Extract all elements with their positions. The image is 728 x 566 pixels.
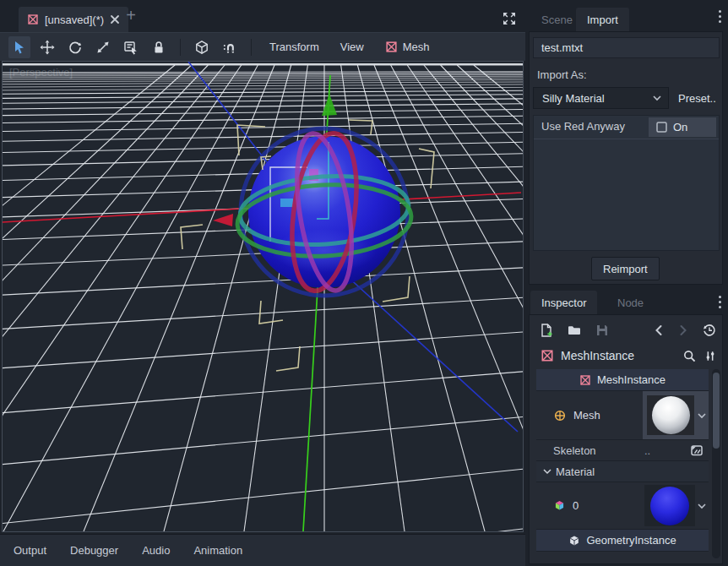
toolbar-separator xyxy=(180,39,181,56)
3d-viewport[interactable]: [Perspective] xyxy=(2,61,524,532)
search-icon[interactable] xyxy=(682,349,697,363)
scrollbar-thumb[interactable] xyxy=(713,373,720,449)
view-menu-label: View xyxy=(340,41,364,53)
dock-options-icon[interactable] xyxy=(719,296,721,308)
perspective-label[interactable]: [Perspective] xyxy=(9,66,73,79)
material-preview-thumbnail[interactable] xyxy=(644,485,695,526)
reimport-button[interactable]: Reimport xyxy=(591,257,660,280)
viewport-canvas[interactable] xyxy=(3,62,523,531)
right-dock-column: Scene Import test.mtxt Import As: Silly … xyxy=(529,0,728,566)
view-menu[interactable]: View xyxy=(333,37,372,57)
reimport-button-label: Reimport xyxy=(603,263,648,275)
godot-editor-window: [unsaved](*) + xyxy=(0,0,728,566)
edit-history-icon[interactable] xyxy=(702,323,717,338)
import-as-label: Import As: xyxy=(537,68,587,81)
node-path-assign-icon[interactable] xyxy=(689,443,704,458)
preset-button[interactable]: Preset.. xyxy=(675,87,720,109)
chevron-down-icon[interactable] xyxy=(698,412,706,419)
skeleton-property-value: .. xyxy=(644,444,650,457)
bottom-panel: Output Debugger Audio Animation xyxy=(0,534,525,566)
dock-options-icon[interactable] xyxy=(719,10,721,23)
tab-node[interactable]: Node xyxy=(606,291,655,314)
load-resource-icon[interactable] xyxy=(567,323,582,338)
section-material[interactable]: Material xyxy=(536,461,709,482)
import-preset-select[interactable]: Silly Material xyxy=(533,87,669,109)
lock-button[interactable] xyxy=(148,36,170,58)
category-geometry-instance: GeometryInstance xyxy=(536,530,709,552)
distraction-free-icon[interactable] xyxy=(502,11,517,26)
select-arrow-icon xyxy=(12,40,27,55)
mesh-instance-icon xyxy=(27,14,39,25)
material-section-label: Material xyxy=(556,465,595,478)
property-material-0: 0 xyxy=(536,482,709,530)
cube-icon xyxy=(194,40,209,55)
use-red-anyway-toggle[interactable]: On xyxy=(649,117,716,137)
import-dock: test.mtxt Import As: Silly Material Pres… xyxy=(529,31,723,285)
inspector-toolbar xyxy=(530,318,722,342)
rotate-icon xyxy=(68,40,83,55)
inspector-scrollbar[interactable] xyxy=(712,369,720,558)
lock-icon xyxy=(151,40,166,55)
debugger-button[interactable]: Debugger xyxy=(70,544,118,557)
local-space-button[interactable] xyxy=(191,36,213,58)
preset-button-label: Preset.. xyxy=(678,92,716,105)
mesh-instance-icon xyxy=(579,374,591,386)
use-red-anyway-row: Use Red Anyway On xyxy=(534,116,719,139)
mesh-property-label: Mesh xyxy=(573,409,600,422)
tab-import-label: Import xyxy=(587,14,618,26)
category-label: MeshInstance xyxy=(597,373,666,386)
import-filename: test.mtxt xyxy=(533,37,720,58)
list-select-icon xyxy=(123,40,139,55)
list-select-button[interactable] xyxy=(120,36,142,58)
scene-tab-unsaved[interactable]: [unsaved](*) xyxy=(19,7,128,32)
transform-menu-label: Transform xyxy=(269,41,319,53)
inspector-dock: MeshInstance MeshIns xyxy=(529,314,723,564)
chevron-down-icon[interactable] xyxy=(698,503,706,509)
save-resource-icon[interactable] xyxy=(595,323,610,338)
scale-icon xyxy=(95,40,111,55)
mesh-menu[interactable]: Mesh xyxy=(378,37,437,57)
skeleton-property-label: Skeleton xyxy=(553,444,596,457)
material-slot-value[interactable] xyxy=(643,482,709,529)
mesh-menu-label: Mesh xyxy=(403,41,430,53)
chevron-down-icon xyxy=(653,95,661,101)
checkbox-icon[interactable] xyxy=(656,122,667,133)
category-mesh-instance: MeshInstance xyxy=(536,369,709,391)
inspected-object-name: MeshInstance xyxy=(561,349,676,362)
import-options: Use Red Anyway On xyxy=(533,115,720,251)
output-button[interactable]: Output xyxy=(14,544,46,557)
history-forward-icon[interactable] xyxy=(677,324,689,337)
category-label: GeometryInstance xyxy=(586,534,676,547)
viewport-toolbar: Transform View Mesh xyxy=(0,32,525,61)
geometry-instance-icon xyxy=(568,535,580,547)
scale-mode-button[interactable] xyxy=(92,36,114,58)
transform-menu[interactable]: Transform xyxy=(262,37,327,57)
select-mode-button[interactable] xyxy=(8,36,30,58)
tab-scene-label: Scene xyxy=(541,14,573,26)
history-back-icon[interactable] xyxy=(653,324,665,337)
tab-node-label: Node xyxy=(617,297,644,309)
mesh-preview-thumbnail[interactable] xyxy=(647,395,694,435)
object-tools-icon[interactable] xyxy=(704,349,717,363)
new-resource-icon[interactable] xyxy=(539,323,554,338)
inspector-dock-tabbar: Inspector Node xyxy=(529,289,728,314)
audio-button[interactable]: Audio xyxy=(142,544,170,557)
material-slot-label: 0 xyxy=(573,499,579,512)
mesh-property-value[interactable] xyxy=(643,391,709,439)
inspected-object-row: MeshInstance xyxy=(530,344,722,367)
section-collapse-icon xyxy=(543,468,551,475)
mesh-instance-icon xyxy=(541,349,554,362)
snap-button[interactable] xyxy=(219,36,241,58)
move-mode-button[interactable] xyxy=(36,36,58,58)
property-list: MeshInstance Mesh xyxy=(536,369,709,552)
toggle-value-label: On xyxy=(673,121,687,133)
tab-inspector[interactable]: Inspector xyxy=(530,291,597,314)
property-skeleton[interactable]: Skeleton .. xyxy=(536,440,709,461)
close-icon[interactable] xyxy=(110,14,120,24)
add-scene-tab-button[interactable]: + xyxy=(122,8,139,24)
rotate-mode-button[interactable] xyxy=(64,36,86,58)
mesh-icon xyxy=(385,41,398,53)
tab-import[interactable]: Import xyxy=(576,8,629,31)
animation-button[interactable]: Animation xyxy=(193,544,242,557)
import-dock-tabbar: Scene Import xyxy=(529,0,728,31)
